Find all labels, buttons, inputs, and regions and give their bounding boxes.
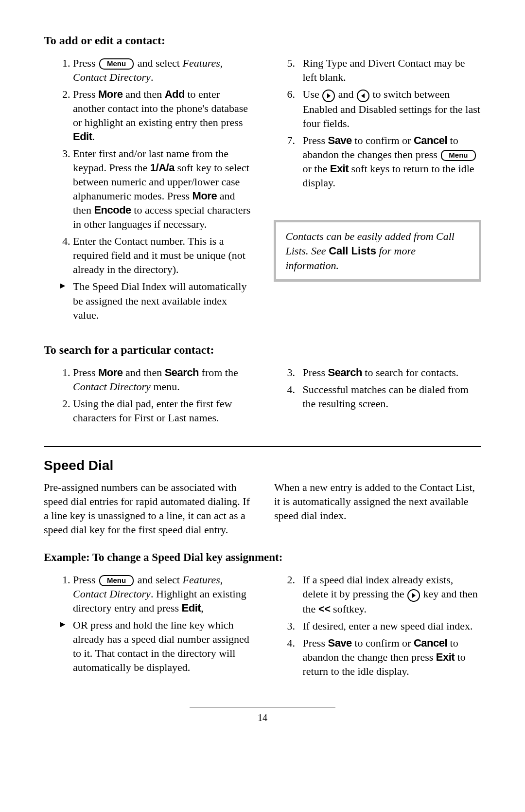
- page-number: 14: [44, 712, 481, 723]
- text: Press: [303, 134, 328, 146]
- search-right: Press Search to search for contacts. Suc…: [274, 365, 482, 428]
- page-footer: 14: [44, 701, 481, 723]
- text: Press: [303, 366, 328, 379]
- softkey-search: Search: [328, 366, 362, 379]
- add-edit-columns: Press Menu and select Features, Contact …: [44, 56, 481, 325]
- add-edit-right-list: Ring Type and Divert Contact may be left…: [274, 56, 482, 190]
- add-edit-step-7: Press Save to confirm or Cancel to aband…: [303, 133, 482, 190]
- search-left: Press More and then Search from the Cont…: [44, 365, 252, 428]
- speed-ex-step-2: If a speed dial index already exists, de…: [303, 573, 482, 616]
- text: softkey.: [331, 603, 367, 615]
- text: Use: [303, 88, 322, 100]
- note-call-lists: Call Lists: [329, 245, 376, 257]
- add-edit-tri-note: The Speed Dial Index will automatically …: [73, 279, 252, 322]
- softkey-more: More: [98, 88, 123, 100]
- menu-key-icon: Menu: [441, 150, 475, 161]
- speed-para-text: Pre-assigned numbers can be associated w…: [44, 480, 481, 537]
- softkey-more: More: [98, 366, 123, 379]
- search-left-list: Press More and then Search from the Cont…: [44, 365, 252, 425]
- text: and: [338, 88, 356, 100]
- search-step-3: Press Search to search for contacts.: [303, 365, 482, 379]
- softkey-encode: Encode: [94, 204, 131, 216]
- text: from the: [199, 366, 238, 379]
- text: ,: [201, 602, 204, 614]
- add-edit-step-2: Press More and then Add to enter another…: [73, 87, 252, 144]
- heading-search: To search for a particular contact:: [44, 343, 481, 357]
- add-edit-left: Press Menu and select Features, Contact …: [44, 56, 252, 325]
- add-edit-step-5: Ring Type and Divert Contact may be left…: [303, 56, 482, 84]
- text: to confirm or: [352, 134, 414, 146]
- speed-para: Pre-assigned numbers can be associated w…: [44, 480, 481, 537]
- speed-ex-step-1: Press Menu and select Features, Contact …: [73, 573, 252, 615]
- text: and select: [138, 57, 183, 69]
- text: and select: [138, 574, 183, 586]
- text: Press: [73, 88, 98, 100]
- text: menu.: [151, 380, 180, 393]
- text: Press: [303, 637, 328, 649]
- heading-add-edit: To add or edit a contact:: [44, 34, 481, 47]
- info-note-box: Contacts can be easily added from Call L…: [274, 220, 482, 282]
- softkey-save: Save: [328, 134, 351, 146]
- heading-speed-example: Example: To change a Speed Dial key assi…: [44, 551, 481, 564]
- text: Press: [73, 574, 98, 586]
- add-edit-step-4: Enter the Contact number. This is a requ…: [73, 234, 252, 276]
- menu-key-icon: Menu: [99, 575, 134, 586]
- softkey-cancel: Cancel: [414, 637, 447, 649]
- speed-example-right-list: If a speed dial index already exists, de…: [274, 573, 482, 678]
- softkey-cancel: Cancel: [414, 134, 447, 146]
- search-right-list: Press Search to search for contacts. Suc…: [274, 365, 482, 411]
- speed-ex-step-4: Press Save to confirm or Cancel to aband…: [303, 636, 482, 678]
- add-edit-step-1: Press Menu and select Features, Contact …: [73, 56, 252, 84]
- add-edit-right: Ring Type and Divert Contact may be left…: [274, 56, 482, 325]
- add-edit-left-list: Press Menu and select Features, Contact …: [44, 56, 252, 322]
- text: or the: [303, 162, 330, 175]
- softkey-1Aa: 1/A/a: [150, 162, 175, 174]
- speed-example-right: If a speed dial index already exists, de…: [274, 573, 482, 681]
- speed-example-columns: Press Menu and select Features, Contact …: [44, 573, 481, 681]
- search-step-1: Press More and then Search from the Cont…: [73, 365, 252, 394]
- softkey-save: Save: [328, 637, 351, 649]
- scroll-left-icon: [357, 90, 369, 102]
- softkey-delete: <<: [318, 603, 331, 615]
- softkey-edit: Edit: [73, 130, 92, 143]
- softkey-exit: Exit: [436, 651, 455, 663]
- scroll-right-icon: [322, 90, 335, 102]
- text: .: [151, 71, 154, 83]
- menu-key-icon: Menu: [99, 58, 134, 70]
- text: and then: [123, 88, 165, 100]
- search-step-2: Using the dial pad, enter the first few …: [73, 397, 252, 425]
- text: .: [92, 130, 95, 143]
- heading-speed-dial: Speed Dial: [44, 458, 481, 473]
- speed-example-left: Press Menu and select Features, Contact …: [44, 573, 252, 681]
- softkey-exit: Exit: [330, 162, 349, 175]
- search-step-4: Successful matches can be dialed from th…: [303, 382, 482, 411]
- section-divider: [44, 446, 481, 447]
- scroll-right-icon: [407, 589, 420, 602]
- softkey-edit: Edit: [182, 602, 201, 614]
- text-italic: Contact Directory: [73, 380, 151, 393]
- speed-example-left-list: Press Menu and select Features, Contact …: [44, 573, 252, 674]
- text: to confirm or: [352, 637, 414, 649]
- softkey-add: Add: [165, 88, 185, 100]
- text: and then: [123, 366, 165, 379]
- text: Press: [73, 366, 98, 379]
- svg-marker-1: [361, 93, 365, 98]
- speed-ex-step-3: If desired, enter a new speed dial index…: [303, 619, 482, 633]
- speed-ex-tri-note: OR press and hold the line key which alr…: [73, 618, 252, 674]
- search-columns: Press More and then Search from the Cont…: [44, 365, 481, 428]
- manual-page: To add or edit a contact: Press Menu and…: [0, 0, 525, 812]
- text: Press: [73, 57, 98, 69]
- svg-marker-0: [327, 93, 331, 98]
- softkey-search: Search: [165, 366, 199, 379]
- softkey-more: More: [192, 190, 217, 202]
- svg-marker-2: [412, 593, 416, 598]
- text: to search for contacts.: [362, 366, 459, 379]
- add-edit-step-6: Use and to switch between Enabled and Di…: [303, 87, 482, 130]
- footer-rule: [190, 707, 335, 707]
- add-edit-step-3: Enter first and/or last name from the ke…: [73, 146, 252, 231]
